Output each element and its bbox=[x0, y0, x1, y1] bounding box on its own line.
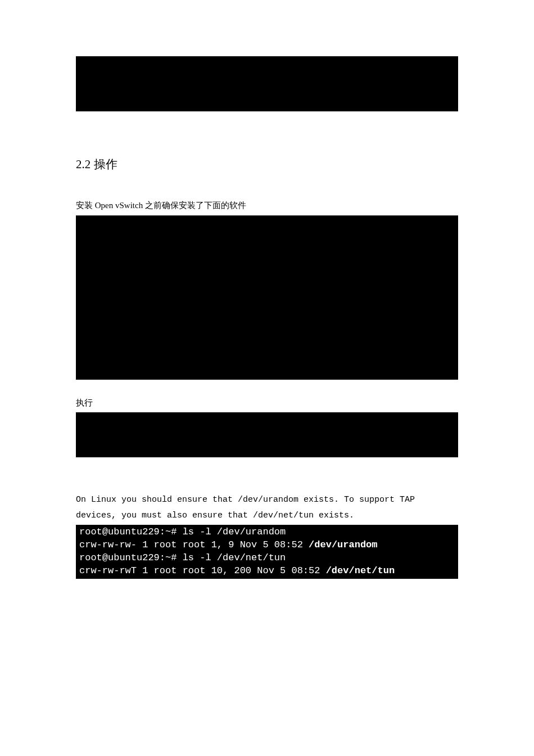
terminal-line-3: root@ubuntu229:~# ls -l /dev/net/tun bbox=[79, 552, 455, 565]
terminal-line-4-prefix: crw-rw-rwT 1 root root 10, 200 Nov 5 08:… bbox=[79, 565, 326, 576]
terminal-line-4-path: /dev/net/tun bbox=[326, 565, 395, 576]
code-block-redacted-3 bbox=[76, 412, 458, 457]
terminal-line-2: crw-rw-rw- 1 root root 1, 9 Nov 5 08:52 … bbox=[79, 539, 455, 552]
code-block-redacted-1 bbox=[76, 56, 458, 111]
exec-label: 执行 bbox=[76, 397, 458, 410]
terminal-line-4: crw-rw-rwT 1 root root 10, 200 Nov 5 08:… bbox=[79, 565, 455, 578]
linux-note-line-2: devices, you must also ensure that /dev/… bbox=[76, 509, 458, 523]
terminal-line-2-path: /dev/urandom bbox=[309, 539, 377, 550]
section-heading: 2.2 操作 bbox=[76, 156, 458, 172]
intro-text: 安装 Open vSwitch 之前确保安装了下面的软件 bbox=[76, 199, 458, 212]
terminal-line-1: root@ubuntu229:~# ls -l /dev/urandom bbox=[79, 526, 455, 539]
document-page: 2.2 操作 安装 Open vSwitch 之前确保安装了下面的软件 执行 O… bbox=[0, 0, 534, 691]
code-block-redacted-2 bbox=[76, 215, 458, 380]
terminal-output: root@ubuntu229:~# ls -l /dev/urandom crw… bbox=[76, 525, 458, 579]
terminal-line-2-prefix: crw-rw-rw- 1 root root 1, 9 Nov 5 08:52 bbox=[79, 539, 309, 550]
linux-note-line-1: On Linux you should ensure that /dev/ura… bbox=[76, 493, 458, 507]
